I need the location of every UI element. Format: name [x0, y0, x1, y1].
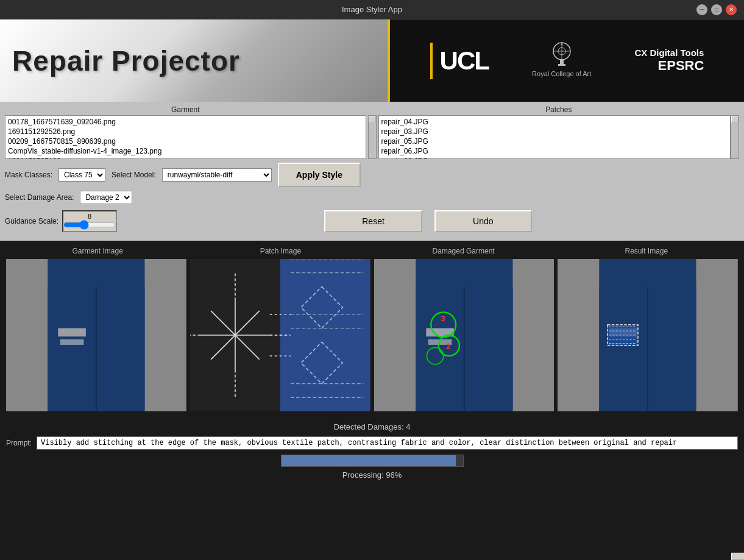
svg-rect-69: [655, 286, 696, 411]
titlebar: Image Styler App ─ □ ✕: [0, 0, 744, 19]
svg-rect-6: [558, 64, 565, 66]
result-image-label: Result Image: [555, 247, 738, 255]
list-item[interactable]: 1691151292526.png: [7, 127, 364, 136]
images-section: Garment Image Patch Image Damaged Garmen…: [0, 241, 744, 417]
ucl-text: UCL: [440, 46, 489, 76]
svg-rect-68: [600, 286, 641, 411]
svg-rect-50: [471, 286, 512, 411]
controls-row1: Mask Classes: Class 75 Select Model: run…: [5, 163, 739, 187]
window-controls: ─ □ ✕: [696, 4, 737, 15]
detected-damages-text: Detected Damages: 4: [6, 422, 738, 431]
list-item[interactable]: CompVis_stable-diffusion-v1-4_image_123.…: [7, 146, 364, 156]
patches-section: Patches repair_04.JPG repair_03.JPG repa…: [378, 105, 740, 159]
svg-rect-49: [416, 286, 457, 411]
svg-text:3: 3: [441, 314, 445, 323]
list-item[interactable]: 00209_1667570815_890639.png: [7, 136, 364, 146]
svg-text:2: 2: [446, 342, 451, 351]
patch-image-box: [190, 259, 370, 411]
image-row: 3 2: [6, 259, 738, 411]
svg-rect-11: [103, 286, 144, 411]
banner: Repair Projector UCL Royal College of Ar…: [0, 19, 744, 102]
list-item[interactable]: repair_04.JPG: [380, 117, 729, 127]
mask-classes-select[interactable]: Class 75: [58, 168, 105, 182]
garment-image-label: Garment Image: [6, 247, 189, 255]
rca-text: Royal College of Art: [532, 69, 591, 79]
list-item[interactable]: 00178_1667571639_092046.png: [7, 117, 364, 127]
prompt-input[interactable]: [37, 436, 738, 450]
patches-list-wrapper: repair_04.JPG repair_03.JPG repair_05.JP…: [378, 115, 740, 159]
ucl-logo: UCL: [430, 43, 489, 79]
garment-scrollbar[interactable]: [368, 115, 377, 159]
close-button[interactable]: ✕: [726, 4, 737, 15]
select-model-select[interactable]: runwayml/stable-diff: [162, 168, 272, 182]
app-title: Repair Projector: [12, 47, 240, 75]
list-item[interactable]: repair_06.JPG: [380, 146, 729, 156]
svg-rect-26: [280, 259, 370, 411]
progress-bar-inner: [282, 455, 456, 466]
apply-style-button[interactable]: Apply Style: [278, 163, 361, 187]
rca-crest-icon: [550, 42, 574, 69]
result-image-box: [558, 259, 738, 411]
damaged-garment-label: Damaged Garment: [372, 247, 555, 255]
list-item[interactable]: 1691150505198.png: [7, 156, 364, 159]
prompt-row: Prompt:: [6, 436, 738, 450]
rca-logo: Royal College of Art: [532, 42, 591, 79]
damaged-garment-image: 3 2: [374, 259, 554, 411]
bottom-area: Detected Damages: 4 Prompt: Processing: …: [0, 417, 744, 484]
guidance-slider[interactable]: [63, 220, 116, 230]
guidance-scale-label: Guidance Scale:: [5, 217, 58, 225]
result-image: [558, 259, 738, 411]
cx-line2: EPSRC: [658, 58, 704, 74]
list-item[interactable]: repair_03.JPG: [380, 127, 729, 136]
reset-button[interactable]: Reset: [324, 210, 422, 232]
main-panel: Garment 00178_1667571639_092046.png 1691…: [0, 102, 744, 241]
file-lists: Garment 00178_1667571639_092046.png 1691…: [5, 105, 739, 159]
controls-row2: Select Damage Area: Damage 1 Damage 2 Da…: [5, 191, 739, 204]
patches-label: Patches: [378, 105, 740, 114]
garment-label: Garment: [5, 105, 366, 114]
garment-section: Garment 00178_1667571639_092046.png 1691…: [5, 105, 366, 159]
svg-rect-14: [60, 339, 84, 345]
damaged-garment-box: 3 2: [374, 259, 554, 411]
patches-list[interactable]: repair_04.JPG repair_03.JPG repair_05.JP…: [378, 115, 731, 159]
prompt-label: Prompt:: [6, 439, 32, 447]
maximize-button[interactable]: □: [711, 4, 722, 15]
list-divider: [366, 105, 378, 159]
guidance-action-row: Guidance Scale: 8 Reset Undo: [5, 210, 739, 232]
guidance-value: 8: [63, 213, 116, 220]
banner-right: UCL Royal College of Art CX Digital Tool…: [390, 19, 744, 102]
progress-bar-outer: [281, 455, 464, 467]
action-buttons: Reset Undo: [117, 210, 739, 232]
garment-list[interactable]: 00178_1667571639_092046.png 169115129252…: [5, 115, 366, 159]
select-model-label: Select Model:: [112, 171, 156, 179]
titlebar-title: Image Styler App: [342, 5, 402, 14]
list-item[interactable]: repair_05.JPG: [380, 136, 729, 146]
svg-rect-10: [48, 286, 89, 411]
progress-bar-wrapper: [6, 455, 738, 467]
patch-image-label: Patch Image: [189, 247, 372, 255]
patches-scrollbar[interactable]: [731, 115, 739, 159]
mask-classes-label: Mask Classes:: [5, 171, 52, 179]
garment-image-box: [6, 259, 186, 411]
garment-image: [6, 259, 186, 411]
ucl-dash: [430, 43, 433, 79]
select-damage-label: Select Damage Area:: [5, 193, 74, 202]
damage-area-select[interactable]: Damage 1 Damage 2 Damage 3 Damage 4: [80, 191, 132, 204]
processing-text: Processing: 96%: [6, 470, 738, 480]
undo-button[interactable]: Undo: [434, 210, 532, 232]
banner-left: Repair Projector: [0, 19, 390, 102]
minimize-button[interactable]: ─: [696, 4, 707, 15]
patch-image: [190, 259, 370, 411]
list-item[interactable]: repair_02.JPG: [380, 156, 729, 159]
guidance-slider-wrapper: 8: [62, 210, 117, 232]
cx-line1: CX Digital Tools: [634, 48, 704, 58]
cx-logo: CX Digital Tools EPSRC: [634, 48, 704, 74]
image-labels: Garment Image Patch Image Damaged Garmen…: [6, 247, 738, 255]
